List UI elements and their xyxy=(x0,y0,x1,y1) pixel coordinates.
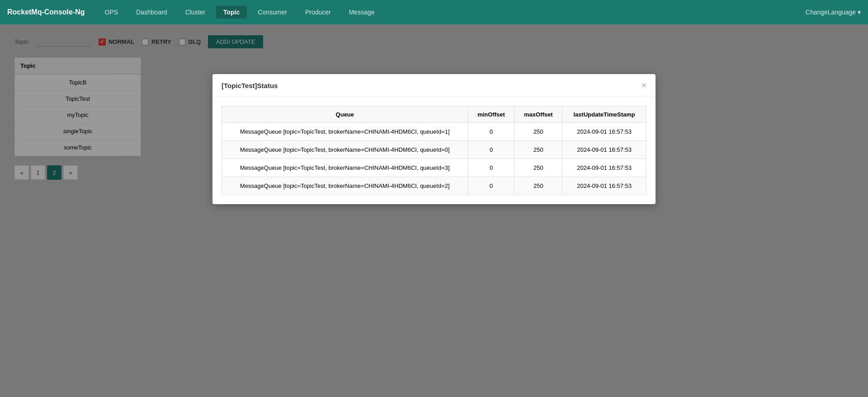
modal-col-minoffset: minOffset xyxy=(468,107,514,123)
modal-lastupdate-cell: 2024-09-01 16:57:53 xyxy=(562,177,646,195)
modal-queue-cell: MessageQueue [topic=TopicTest, brokerNam… xyxy=(222,141,468,159)
modal-maxoffset-cell: 250 xyxy=(514,177,562,195)
change-language[interactable]: ChangeLanguage ▾ xyxy=(806,9,861,16)
nav-producer[interactable]: Producer xyxy=(298,6,338,19)
modal-col-maxoffset: maxOffset xyxy=(514,107,562,123)
brand: RocketMq-Console-Ng xyxy=(7,8,85,16)
modal-overlay: [TopicTest]Status × Queue minOffset maxO… xyxy=(0,24,868,397)
modal-table-row: MessageQueue [topic=TopicTest, brokerNam… xyxy=(222,159,646,177)
modal-maxoffset-cell: 250 xyxy=(514,123,562,141)
modal-minoffset-cell: 0 xyxy=(468,159,514,177)
modal-table-row: MessageQueue [topic=TopicTest, brokerNam… xyxy=(222,141,646,159)
modal-lastupdate-cell: 2024-09-01 16:57:53 xyxy=(562,159,646,177)
modal: [TopicTest]Status × Queue minOffset maxO… xyxy=(212,74,656,204)
main-content: Topic: NORMAL RETRY DLQ ADD/ UPDATE Topi… xyxy=(0,24,868,397)
modal-lastupdate-cell: 2024-09-01 16:57:53 xyxy=(562,141,646,159)
modal-lastupdate-cell: 2024-09-01 16:57:53 xyxy=(562,123,646,141)
modal-queue-cell: MessageQueue [topic=TopicTest, brokerNam… xyxy=(222,159,468,177)
modal-title: [TopicTest]Status xyxy=(222,82,278,89)
modal-queue-cell: MessageQueue [topic=TopicTest, brokerNam… xyxy=(222,123,468,141)
modal-col-lastupdate: lastUpdateTimeStamp xyxy=(562,107,646,123)
nav-ops[interactable]: OPS xyxy=(98,6,126,19)
nav-topic[interactable]: Topic xyxy=(216,6,247,19)
modal-table: Queue minOffset maxOffset lastUpdateTime… xyxy=(222,106,646,195)
modal-col-queue: Queue xyxy=(222,107,468,123)
nav-message[interactable]: Message xyxy=(342,6,382,19)
modal-body: Queue minOffset maxOffset lastUpdateTime… xyxy=(212,97,656,204)
nav-dashboard[interactable]: Dashboard xyxy=(129,6,175,19)
modal-minoffset-cell: 0 xyxy=(468,177,514,195)
modal-close-button[interactable]: × xyxy=(642,81,646,89)
modal-maxoffset-cell: 250 xyxy=(514,159,562,177)
nav-consumer[interactable]: Consumer xyxy=(250,6,294,19)
modal-table-row: MessageQueue [topic=TopicTest, brokerNam… xyxy=(222,123,646,141)
modal-maxoffset-cell: 250 xyxy=(514,141,562,159)
modal-minoffset-cell: 0 xyxy=(468,141,514,159)
nav-cluster[interactable]: Cluster xyxy=(178,6,212,19)
navbar: RocketMq-Console-Ng OPS Dashboard Cluste… xyxy=(0,0,868,24)
modal-header: [TopicTest]Status × xyxy=(212,74,656,97)
modal-queue-cell: MessageQueue [topic=TopicTest, brokerNam… xyxy=(222,177,468,195)
modal-minoffset-cell: 0 xyxy=(468,123,514,141)
modal-table-row: MessageQueue [topic=TopicTest, brokerNam… xyxy=(222,177,646,195)
